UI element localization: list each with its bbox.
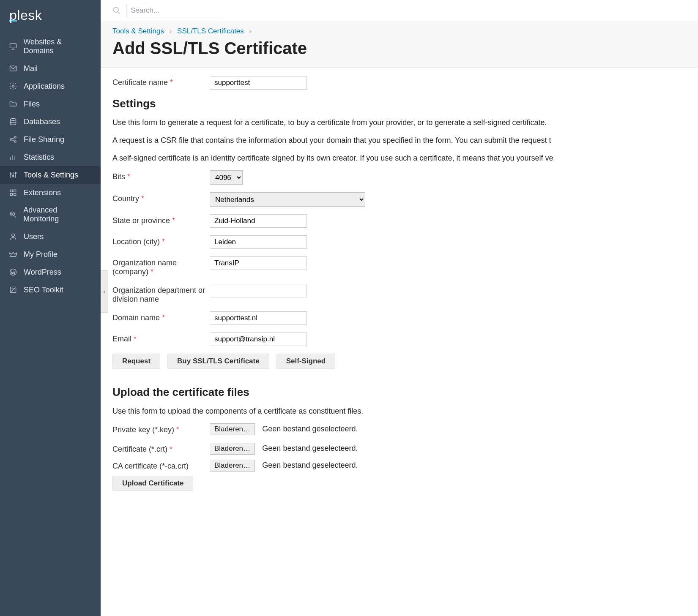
private-key-browse-button[interactable]: Bladeren… xyxy=(210,423,255,435)
upload-desc: Use this form to upload the components o… xyxy=(112,406,686,417)
sidebar: plesk Websites & DomainsMailApplications… xyxy=(0,0,101,616)
sidebar-item-databases[interactable]: Databases xyxy=(0,113,101,131)
sliders-icon xyxy=(8,170,18,180)
cert-name-input[interactable] xyxy=(210,76,307,90)
private-key-file-status: Geen bestand geselecteerd. xyxy=(262,425,358,433)
sidebar-item-label: Advanced Monitoring xyxy=(23,206,92,224)
settings-desc-1: Use this form to generate a request for … xyxy=(112,117,686,128)
sidebar-item-label: My Profile xyxy=(24,250,57,259)
sidebar-item-label: WordPress xyxy=(24,268,61,277)
share-icon xyxy=(8,135,18,144)
sidebar-item-seo-toolkit[interactable]: SEO Toolkit xyxy=(0,281,101,299)
breadcrumb: Tools & Settings › SSL/TLS Certificates … xyxy=(112,27,686,35)
email-label: Email xyxy=(112,335,131,343)
sidebar-nav: Websites & DomainsMailApplicationsFilesD… xyxy=(0,33,101,299)
sidebar-item-label: Applications xyxy=(24,82,65,91)
sidebar-item-label: Users xyxy=(24,232,44,241)
sidebar-item-label: Mail xyxy=(24,64,38,73)
gear-icon xyxy=(8,82,18,91)
folder-icon xyxy=(8,99,18,109)
content: Certificate name * Settings Use this for… xyxy=(101,68,698,616)
sidebar-item-users[interactable]: Users xyxy=(0,228,101,245)
sidebar-item-tools-settings[interactable]: Tools & Settings xyxy=(0,166,101,184)
ca-certificate-file-status: Geen bestand geselecteerd. xyxy=(262,461,358,469)
sidebar-item-wordpress[interactable]: WordPress xyxy=(0,263,101,281)
dept-input[interactable] xyxy=(210,284,307,297)
svg-rect-23 xyxy=(14,194,16,196)
mail-icon xyxy=(8,64,18,73)
sidebar-item-advanced-monitoring[interactable]: Advanced Monitoring xyxy=(0,202,101,228)
buy-ssl-button[interactable]: Buy SSL/TLS Certificate xyxy=(167,354,269,369)
request-button[interactable]: Request xyxy=(112,354,160,369)
cert-name-label: Certificate name xyxy=(112,78,168,87)
seo-icon xyxy=(8,285,18,294)
sidebar-item-label: Websites & Domains xyxy=(23,38,92,55)
page-title: Add SSL/TLS Certificate xyxy=(112,39,686,58)
sidebar-collapse-handle[interactable]: ‹ xyxy=(101,270,108,313)
page-header: Tools & Settings › SSL/TLS Certificates … xyxy=(101,21,698,68)
bits-select[interactable]: 4096 xyxy=(210,170,243,185)
state-input[interactable] xyxy=(210,214,307,228)
certificate-file-status: Geen bestand geselecteerd. xyxy=(262,444,358,452)
sidebar-item-label: Statistics xyxy=(24,153,54,162)
private-key-label: Private key (*.key) xyxy=(112,425,174,434)
svg-point-24 xyxy=(10,212,14,216)
breadcrumb-link-ssl[interactable]: SSL/TLS Certificates xyxy=(177,27,244,35)
domain-label: Domain name xyxy=(112,313,160,322)
chevron-right-icon: › xyxy=(249,27,252,35)
ca-certificate-browse-button[interactable]: Bladeren… xyxy=(210,460,255,472)
org-input[interactable] xyxy=(210,256,307,270)
sidebar-item-websites-domains[interactable]: Websites & Domains xyxy=(0,33,101,60)
settings-desc-3: A self-signed certificate is an identity… xyxy=(112,153,686,164)
topbar xyxy=(101,0,698,21)
sidebar-item-extensions[interactable]: Extensions xyxy=(0,184,101,202)
svg-rect-21 xyxy=(14,190,16,192)
svg-rect-0 xyxy=(10,44,16,48)
user-icon xyxy=(8,232,18,241)
email-input[interactable] xyxy=(210,333,307,346)
certificate-browse-button[interactable]: Bladeren… xyxy=(210,443,255,455)
state-label: State or province xyxy=(112,216,170,225)
settings-desc-2: A request is a CSR file that contains th… xyxy=(112,135,686,146)
svg-rect-22 xyxy=(10,194,12,196)
sidebar-item-files[interactable]: Files xyxy=(0,95,101,113)
country-select[interactable]: Netherlands xyxy=(210,192,365,207)
sidebar-item-label: Databases xyxy=(24,117,60,126)
svg-line-10 xyxy=(12,140,15,141)
svg-line-31 xyxy=(118,11,120,14)
logo: plesk xyxy=(0,0,101,33)
svg-point-4 xyxy=(12,85,14,87)
svg-point-30 xyxy=(114,7,119,12)
svg-rect-20 xyxy=(10,190,12,192)
upload-heading: Upload the certificate files xyxy=(112,386,686,399)
stack-icon xyxy=(8,117,18,126)
breadcrumb-link-tools[interactable]: Tools & Settings xyxy=(112,27,164,35)
sidebar-item-label: Files xyxy=(24,100,40,109)
sidebar-item-mail[interactable]: Mail xyxy=(0,60,101,77)
sidebar-item-label: SEO Toolkit xyxy=(24,286,63,294)
sidebar-item-label: Tools & Settings xyxy=(24,171,78,180)
sidebar-item-my-profile[interactable]: My Profile xyxy=(0,245,101,263)
svg-point-26 xyxy=(11,213,13,215)
sidebar-item-file-sharing[interactable]: File Sharing xyxy=(0,131,101,148)
city-input[interactable] xyxy=(210,235,307,249)
search-input[interactable] xyxy=(126,4,223,17)
domain-input[interactable] xyxy=(210,311,307,325)
bits-label: Bits xyxy=(112,172,125,181)
upload-certificate-button[interactable]: Upload Certificate xyxy=(112,476,193,491)
sidebar-item-applications[interactable]: Applications xyxy=(0,77,101,95)
chevron-right-icon: › xyxy=(170,27,172,35)
self-signed-button[interactable]: Self-Signed xyxy=(276,354,336,369)
magnify-icon xyxy=(8,210,17,219)
city-label: Location (city) xyxy=(112,237,160,246)
svg-point-5 xyxy=(10,119,16,121)
search-icon xyxy=(112,6,121,15)
bars-icon xyxy=(8,153,18,162)
sidebar-item-statistics[interactable]: Statistics xyxy=(0,148,101,166)
sidebar-item-label: File Sharing xyxy=(24,135,64,144)
monitor-icon xyxy=(8,42,17,51)
country-label: Country xyxy=(112,194,139,203)
dept-label: Organization department or division name xyxy=(112,286,205,303)
svg-line-25 xyxy=(14,216,16,218)
certificate-file-label: Certificate (*.crt) xyxy=(112,445,167,453)
